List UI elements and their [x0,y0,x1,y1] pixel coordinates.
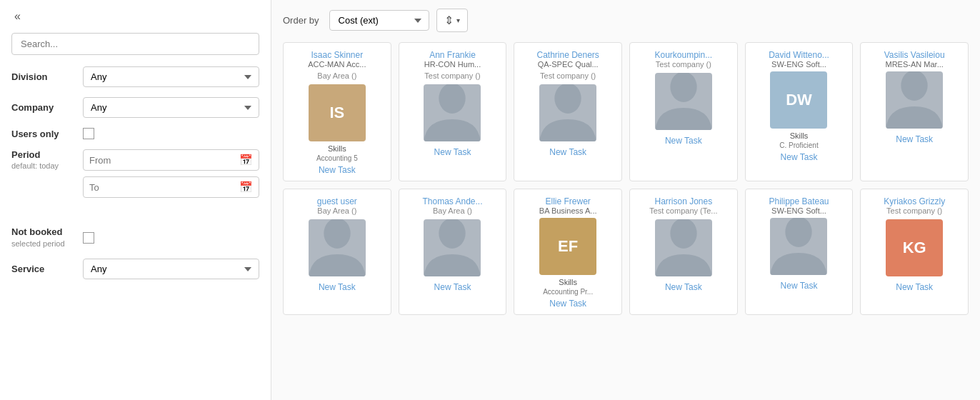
to-calendar-icon[interactable]: 📅 [239,181,253,194]
user-role: ACC-MAN Acc... [289,60,385,69]
new-task-link[interactable]: New Task [665,136,702,146]
from-calendar-icon[interactable]: 📅 [239,154,253,166]
avatar [424,219,481,276]
collapse-button[interactable]: « [11,9,24,24]
order-by-label: Order by [283,15,319,26]
not-booked-checkbox[interactable] [83,232,94,244]
accounting-badge: Accounting 5 [289,154,385,162]
user-name[interactable]: Vasilis Vasileiou [866,50,962,60]
user-name[interactable]: Ann Frankie [405,50,501,60]
avatar: KG [886,219,943,276]
sidebar: « Division Any Company Any Users only Pe… [0,0,271,400]
cards-grid: Isaac Skinner ACC-MAN Acc... Bay Area ()… [283,42,969,315]
toolbar: Order by Cost (ext) Name Department ⇕ ▾ [283,9,969,32]
new-task-link[interactable]: New Task [319,165,356,175]
from-input[interactable] [89,155,239,166]
not-booked-filter: Not booked selected period [11,226,259,249]
user-company: Bay Area () [289,206,385,215]
avatar [309,219,366,276]
new-task-link[interactable]: New Task [896,282,933,292]
user-role: BA Business A... [520,206,616,215]
company-label: Company [11,102,83,113]
company-filter: Company Any [11,97,259,118]
skills-badge: Skills [328,144,346,153]
accounting-badge: Accounting Pr... [520,288,616,296]
user-name[interactable]: David Witteno... [751,50,847,60]
svg-point-2 [670,73,696,102]
new-task-link[interactable]: New Task [896,134,933,144]
user-card: Cathrine Deners QA-SPEC Qual... Test com… [514,42,622,181]
avatar: EF [539,218,596,275]
new-task-link[interactable]: New Task [549,299,586,309]
svg-point-5 [439,219,466,249]
avatar: IS [309,84,366,141]
new-task-link[interactable]: New Task [781,152,818,162]
avatar [424,84,481,141]
user-name[interactable]: Thomas Ande... [405,196,501,206]
avatar [886,71,943,129]
user-name[interactable]: Harrison Jones [636,196,731,206]
user-role: SW-ENG Soft... [751,206,847,215]
division-label: Division [11,71,83,82]
avatar [655,219,712,276]
user-company: Test company () [520,71,616,80]
user-name[interactable]: guest user [289,196,385,206]
user-name[interactable]: Kyriakos Grizzly [866,196,962,206]
company-select[interactable]: Any [83,97,259,118]
user-name[interactable]: Kourkoumpin... [636,50,731,60]
svg-point-4 [324,219,350,249]
users-only-filter: Users only [11,128,259,139]
user-company: Bay Area () [405,206,501,215]
svg-point-7 [786,218,812,247]
new-task-link[interactable]: New Task [665,282,702,292]
to-input-wrap: 📅 [83,176,259,198]
from-input-wrap: 📅 [83,149,259,171]
user-card: Kyriakos Grizzly Test company () KG New … [860,189,969,315]
avatar [539,84,596,141]
service-filter: Service Any [11,259,259,279]
service-select[interactable]: Any [83,259,259,279]
to-input[interactable] [89,182,239,193]
new-task-link[interactable]: New Task [781,281,818,291]
user-name[interactable]: Cathrine Deners [520,50,616,60]
svg-point-1 [554,84,581,114]
user-role: HR-CON Hum... [405,60,501,69]
user-company: Bay Area () [289,71,385,80]
user-card: Harrison Jones Test company (Te... New T… [629,189,738,315]
user-card: Vasilis Vasileiou MRES-AN Mar... New Tas… [860,42,969,181]
division-filter: Division Any [11,66,259,87]
new-task-link[interactable]: New Task [434,147,471,157]
avatar [655,73,712,130]
new-task-link[interactable]: New Task [549,147,586,157]
skills-badge: Skills [559,278,577,286]
new-task-link[interactable]: New Task [319,282,356,292]
search-input[interactable] [11,33,259,55]
user-company: Test company () [866,206,962,215]
new-task-link[interactable]: New Task [434,282,471,292]
user-company: Test company (Te... [636,206,731,215]
user-card: David Witteno... SW-ENG Soft... DW Skill… [745,42,854,181]
user-card: Isaac Skinner ACC-MAN Acc... Bay Area ()… [283,42,391,181]
period-inputs: 📅 📅 [83,149,259,198]
users-only-checkbox[interactable] [83,128,94,139]
service-label: Service [11,264,83,274]
user-role: MRES-AN Mar... [866,60,962,69]
skills-badge: Skills [790,131,809,140]
division-select[interactable]: Any [83,66,259,87]
order-select[interactable]: Cost (ext) Name Department [329,10,429,31]
main-content: Order by Cost (ext) Name Department ⇕ ▾ … [271,0,980,400]
user-name[interactable]: Ellie Frewer [520,196,616,206]
user-name[interactable]: Isaac Skinner [289,50,385,60]
user-company: Test company () [636,60,731,69]
sort-lines-icon: ⇕ [444,14,454,27]
user-card: Ellie Frewer BA Business A... EF Skills … [514,189,622,315]
user-card: guest user Bay Area () New Task [283,189,391,315]
sort-button[interactable]: ⇕ ▾ [436,9,468,32]
accounting-badge: C. Proficient [751,141,847,149]
users-only-label: Users only [11,129,83,139]
user-name[interactable]: Philippe Bateau [751,196,847,206]
sort-chevron-icon: ▾ [456,16,460,24]
user-role: QA-SPEC Qual... [520,60,616,69]
svg-point-6 [670,219,696,249]
user-card: Kourkoumpin... Test company () New Task [629,42,738,181]
